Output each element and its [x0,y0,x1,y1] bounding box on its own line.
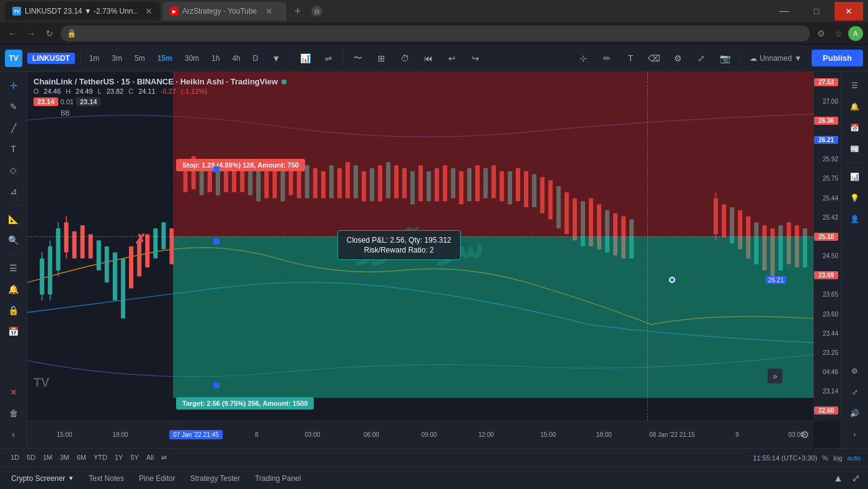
measure-tool[interactable]: 📐 [4,209,24,229]
tabs-up-icon[interactable]: ▲ [831,471,846,486]
address-bar[interactable]: 🔒 [61,25,810,42]
tframe-5d[interactable]: 5D [24,453,38,462]
tframe-5y[interactable]: 5Y [127,453,141,462]
tframe-compare[interactable]: ⇌ [158,453,170,462]
publish-button[interactable]: Publish [812,50,863,66]
timeframe-3m[interactable]: 3m [108,52,126,65]
eraser-tool[interactable]: ⌫ [645,49,663,68]
handle-tl[interactable] [213,166,219,173]
screenshot-icon[interactable]: 📷 [715,49,734,68]
cursor-tool[interactable]: ⊹ [574,49,593,68]
maximize-button[interactable]: □ [802,2,831,20]
settings-icon[interactable]: ⚙ [668,49,687,68]
tframe-1d[interactable]: 1D [7,453,22,462]
back-button[interactable]: ← [5,26,20,41]
crypto-screener-dropdown[interactable]: ▼ [68,475,74,482]
timeframe-more[interactable]: ▼ [267,49,285,68]
timeframe-4h[interactable]: 4h [228,52,244,65]
tabs-expand-icon[interactable]: ⤢ [848,471,863,486]
new-tab-button[interactable]: + [289,2,306,20]
collapse-left[interactable]: ‹ [4,424,24,444]
extensions-button[interactable]: ⚙ [813,26,828,41]
rewind-icon[interactable]: ⏮ [419,49,438,68]
time-settings-gear[interactable]: ⚙ [796,426,813,444]
window-restore[interactable]: ⊟ [311,6,322,17]
text-tool-left[interactable]: T [4,139,24,159]
close-button[interactable]: ✕ [835,2,863,20]
tframe-3m[interactable]: 3M [56,453,72,462]
text-tool[interactable]: T [621,49,640,68]
bottom-tab-trading-panel[interactable]: Trading Panel [249,472,307,485]
minimize-button[interactable]: — [770,2,799,20]
time-1200: 12:00 [478,431,494,438]
tframe-ytd[interactable]: YTD [91,453,110,462]
alerts-icon[interactable]: 🔔 [4,279,24,299]
refresh-button[interactable]: ↻ [42,26,57,41]
calendar-icon[interactable]: 📅 [4,321,24,341]
indicators-icon[interactable]: 〜 [348,49,367,68]
drawing-tool[interactable]: ✏ [598,49,616,68]
watchlist-icon[interactable]: ☰ [4,258,24,278]
cursor-tool-left[interactable]: ✛ [4,76,24,96]
compare-icon[interactable]: ⇌ [319,49,338,68]
tframe-all[interactable]: All [143,453,157,462]
tframe-6m[interactable]: 6M [74,453,89,462]
person-right[interactable]: 👤 [845,209,865,229]
chart-type-icon[interactable]: 📊 [296,49,314,68]
expand-right[interactable]: ⤢ [845,382,865,402]
fullscreen-icon[interactable]: ⤢ [692,49,711,68]
timeframe-15m[interactable]: 15m [154,52,176,65]
handle-bl[interactable] [213,382,219,388]
bottom-tab-text-notes[interactable]: Text Notes [82,472,130,485]
profile-button[interactable]: A [848,26,863,41]
tframe-1m[interactable]: 1M [40,453,55,462]
browser-tab-tradingview[interactable]: TV LINKUSDT 23.14 ▼ -2.73% Unn... ✕ [5,2,160,20]
pencil-tool[interactable]: ✎ [4,97,24,117]
lock-icon-left[interactable]: 🔒 [4,300,24,320]
calendar-right[interactable]: 📅 [845,118,865,138]
close-annotation[interactable]: ✗ [133,232,148,247]
ideas-right[interactable]: 💡 [845,188,865,208]
ohlc-c-label: C [128,87,133,95]
chart-canvas[interactable]: Stop: 1.28 (4.88%) 128, Amount: 750 Targ… [27,72,813,421]
tab1-close[interactable]: ✕ [145,6,153,16]
tab2-close[interactable]: ✕ [265,6,273,16]
news-right[interactable]: 📰 [845,139,865,159]
handle-ml[interactable] [213,238,219,244]
tframe-1y[interactable]: 1Y [112,453,126,462]
close-tool[interactable]: ✕ [4,382,24,402]
layouts-icon[interactable]: ⊞ [372,49,391,68]
bottom-tab-crypto-screener[interactable]: Crypto Screener ▼ [5,472,80,485]
bookmark-button[interactable]: ☆ [831,26,846,41]
browser-tab-youtube[interactable]: ▶ ArzStrategy - YouTube ✕ [162,2,286,20]
settings-right[interactable]: ⚙ [845,361,865,381]
replay-icon[interactable]: ⏱ [396,49,414,68]
undo-icon[interactable]: ↩ [443,49,461,68]
watchlist-right[interactable]: ☰ [845,76,865,96]
zoom-tool[interactable]: 🔍 [4,230,24,250]
alert-right[interactable]: 🔔 [845,97,865,117]
bottom-tab-strategy-tester[interactable]: Strategy Tester [184,472,246,485]
auto-button[interactable]: auto [848,454,861,462]
price-level-2592: 25.92 [814,155,841,164]
timeframe-30m[interactable]: 30m [181,52,203,65]
timeframe-d[interactable]: D [249,52,262,65]
projection-tool[interactable]: ⊿ [4,181,24,201]
timeframe-1h[interactable]: 1h [208,52,223,65]
line-tool[interactable]: ╱ [4,118,24,138]
collapse-right[interactable]: › [845,424,865,444]
timeframe-1m[interactable]: 1m [86,52,104,65]
ticker-badge[interactable]: LINKUSDT [27,53,75,64]
volume-right[interactable]: 🔊 [845,403,865,423]
log-button[interactable]: log [833,454,843,462]
shapes-tool[interactable]: ◇ [4,160,24,180]
expand-button[interactable]: » [768,369,782,384]
forward-button[interactable]: → [24,26,38,41]
redo-icon[interactable]: ↪ [466,49,485,68]
bottom-tab-pine-editor[interactable]: Pine Editor [133,472,182,485]
trash-icon[interactable]: 🗑 [4,403,24,423]
timeframe-5m[interactable]: 5m [131,52,149,65]
price-badge-row: 23.14 0.01 23.14 [33,97,286,106]
workspace-button[interactable]: ☁ Unnamed ▼ [745,52,807,65]
chart-right[interactable]: 📊 [845,167,865,187]
